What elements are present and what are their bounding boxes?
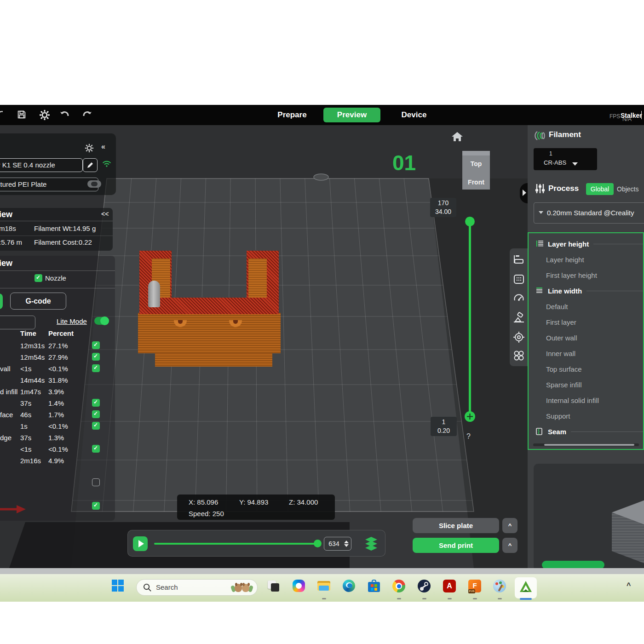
legend-row[interactable]: 12m54s27.9% bbox=[0, 352, 115, 363]
slice-plate-button[interactable]: Slice plate bbox=[413, 518, 499, 533]
scope-global-badge[interactable]: Global bbox=[586, 183, 614, 195]
chrome-icon[interactable] bbox=[392, 580, 406, 593]
step-number-input[interactable]: 634 bbox=[324, 537, 351, 551]
start-button[interactable] bbox=[112, 580, 126, 593]
taskbar-search[interactable]: Search bbox=[136, 579, 258, 596]
tab-prepare[interactable]: Prepare bbox=[271, 105, 313, 125]
panel-collapse-tab[interactable] bbox=[520, 183, 528, 203]
row-checkbox[interactable] bbox=[92, 422, 100, 430]
legend-row[interactable]: 37s1.4% bbox=[0, 398, 115, 409]
tab-device[interactable]: Device bbox=[393, 105, 435, 125]
settings-item[interactable]: Layer height bbox=[529, 252, 643, 267]
settings-scrollbar[interactable] bbox=[533, 443, 639, 446]
settings-item[interactable]: First layer bbox=[529, 314, 643, 330]
printer-settings-gear-icon[interactable] bbox=[85, 144, 94, 153]
settings-item[interactable]: Internal solid infill bbox=[529, 392, 643, 408]
spotlight-icon[interactable] bbox=[513, 312, 525, 324]
settings-header-seam[interactable]: Seam bbox=[529, 424, 643, 439]
extra-checkbox-unchecked[interactable] bbox=[92, 478, 100, 486]
preset-select[interactable]: 0.20mm Standard @Creality bbox=[534, 202, 644, 224]
step-slider-track[interactable] bbox=[154, 543, 318, 545]
active-app-tile[interactable] bbox=[515, 577, 537, 598]
view-cube-top-label[interactable]: Top bbox=[462, 160, 490, 167]
undo-icon[interactable] bbox=[59, 109, 70, 121]
settings-item[interactable]: First layer height bbox=[529, 267, 643, 283]
settings-item[interactable]: Top surface bbox=[529, 361, 643, 377]
row-checkbox[interactable] bbox=[92, 341, 100, 349]
settings-item[interactable]: Default bbox=[529, 299, 643, 314]
settings-item[interactable]: Support bbox=[529, 408, 643, 424]
acrobat-icon[interactable]: A bbox=[443, 580, 457, 593]
printer-name-field[interactable]: y K1 SE 0.4 nozzle bbox=[0, 158, 83, 172]
bottom-green-pill[interactable] bbox=[542, 561, 604, 568]
home-view-icon[interactable] bbox=[451, 131, 463, 142]
nozzle-checkbox[interactable] bbox=[34, 274, 42, 282]
row-checkbox[interactable] bbox=[92, 445, 100, 453]
lite-mode-toggle[interactable] bbox=[94, 317, 109, 325]
slice-options-caret-button[interactable]: ^ bbox=[502, 518, 518, 533]
fusion360-icon[interactable]: F FUS bbox=[468, 580, 482, 593]
slider-help-icon[interactable]: ? bbox=[466, 432, 471, 441]
ms-store-icon[interactable] bbox=[368, 580, 381, 593]
taskbar-overflow-chevron[interactable]: ^ bbox=[627, 581, 631, 590]
viewport-3d[interactable]: 01 Top Front bbox=[0, 125, 644, 568]
filament-card[interactable]: 1 CR-ABS bbox=[534, 148, 597, 170]
file-explorer-icon[interactable] bbox=[317, 580, 331, 593]
steam-icon[interactable] bbox=[418, 580, 431, 593]
settings-item[interactable]: Inner wall bbox=[529, 345, 643, 361]
legend-row[interactable]: d infill1m47s3.9% bbox=[0, 386, 115, 398]
legend-row[interactable]: 2m16s4.9% bbox=[0, 455, 115, 467]
stats-collapse-button[interactable]: << bbox=[101, 210, 109, 218]
legend-row[interactable]: dge37s1.3% bbox=[0, 432, 115, 444]
row-checkbox[interactable] bbox=[92, 364, 100, 372]
legend-row[interactable]: vall<1s<0.1% bbox=[0, 363, 115, 375]
redo-icon[interactable] bbox=[82, 109, 93, 121]
plate-toggle-icon[interactable] bbox=[87, 180, 101, 188]
row-checkbox[interactable] bbox=[92, 399, 100, 407]
gcode-button[interactable]: G-code bbox=[10, 293, 66, 310]
layer-slider-bottom-handle[interactable] bbox=[465, 411, 475, 422]
filter-input-fragment[interactable] bbox=[0, 316, 35, 329]
legend-row[interactable]: 12m31s27.1% bbox=[0, 340, 115, 352]
layers-compare-icon[interactable] bbox=[513, 254, 525, 266]
speed-gauge-icon[interactable] bbox=[513, 293, 525, 305]
row-checkbox[interactable] bbox=[92, 410, 100, 418]
send-print-button[interactable]: Send print bbox=[413, 538, 499, 553]
settings-gear-icon[interactable] bbox=[39, 109, 50, 121]
paint-icon[interactable] bbox=[493, 580, 507, 593]
settings-item[interactable]: Sparse infill bbox=[529, 377, 643, 392]
task-view-icon[interactable] bbox=[267, 580, 281, 593]
plate-view-icon[interactable] bbox=[513, 273, 525, 285]
legend-row[interactable]: face46s1.7% bbox=[0, 409, 115, 421]
send-options-caret-button[interactable]: ^ bbox=[502, 538, 518, 553]
extra-checkbox-checked[interactable] bbox=[92, 502, 100, 510]
layers-mode-icon[interactable] bbox=[365, 537, 377, 551]
settings-item[interactable]: Outer wall bbox=[529, 330, 643, 345]
target-icon[interactable] bbox=[513, 331, 525, 343]
legend-row[interactable]: 1s<0.1% bbox=[0, 421, 115, 432]
tab-preview[interactable]: Preview bbox=[323, 108, 380, 122]
layer-slider-track[interactable] bbox=[469, 221, 471, 416]
colorscheme-button-fragment[interactable] bbox=[0, 293, 3, 309]
step-slider-knob[interactable] bbox=[314, 540, 322, 547]
play-button[interactable] bbox=[133, 536, 148, 551]
plate-type-field[interactable]: xtured PEI Plate bbox=[0, 178, 98, 191]
scope-objects-tab[interactable]: Objects bbox=[617, 185, 638, 193]
save-icon[interactable] bbox=[17, 109, 28, 121]
settings-header-layer-height[interactable]: Layer height bbox=[529, 236, 643, 252]
legend-row[interactable]: 14m44s31.8% bbox=[0, 375, 115, 386]
layer-slider-top-handle[interactable] bbox=[465, 217, 475, 226]
row-checkbox[interactable] bbox=[92, 353, 100, 361]
clover-command-icon[interactable] bbox=[513, 350, 525, 362]
collapse-panel-button[interactable]: « bbox=[101, 143, 105, 151]
search-widget-image[interactable] bbox=[231, 582, 253, 594]
settings-header-line-width[interactable]: Line width bbox=[529, 283, 643, 299]
edge-icon[interactable] bbox=[343, 580, 356, 593]
edit-printer-button[interactable] bbox=[83, 158, 98, 172]
legend-row[interactable]: <1s<0.1% bbox=[0, 444, 115, 455]
spin-down-icon[interactable] bbox=[344, 544, 349, 547]
view-cube[interactable]: Top Front bbox=[462, 151, 490, 190]
spin-up-icon[interactable] bbox=[344, 540, 349, 543]
view-cube-front-label[interactable]: Front bbox=[462, 178, 490, 186]
copilot-icon[interactable] bbox=[293, 580, 306, 593]
